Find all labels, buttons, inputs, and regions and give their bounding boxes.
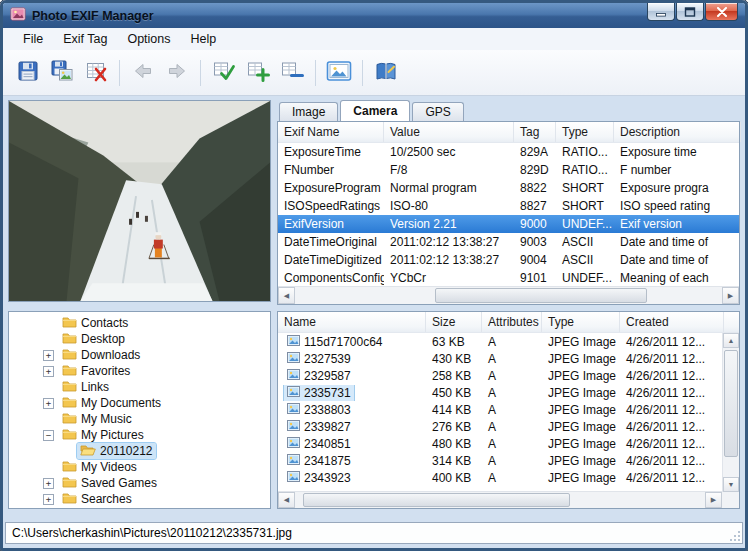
- file-label: 115d71700c64: [304, 335, 383, 349]
- file-column-name[interactable]: Name: [278, 312, 426, 332]
- scroll-up-button[interactable]: ▲: [723, 333, 739, 348]
- help-book-button[interactable]: [369, 54, 403, 92]
- hscroll-track[interactable]: [295, 492, 705, 508]
- tree-item-desktop[interactable]: Desktop: [9, 331, 270, 347]
- hscroll-thumb[interactable]: [303, 493, 570, 507]
- tree-item-my-pictures[interactable]: −My Pictures: [9, 427, 270, 443]
- scroll-left-button[interactable]: ◀: [278, 287, 295, 304]
- exif-row-exifversion[interactable]: ExifVersionVersion 2.219000UNDEF...Exif …: [278, 215, 739, 233]
- file-cell: JPEG Image: [542, 335, 620, 349]
- tree-label: Links: [81, 380, 109, 394]
- hscroll-thumb[interactable]: [435, 288, 647, 303]
- expand-icon[interactable]: +: [43, 366, 54, 377]
- scroll-right-button[interactable]: ▶: [722, 287, 739, 304]
- redo-button[interactable]: [160, 54, 194, 92]
- maximize-button[interactable]: [676, 3, 704, 21]
- file-column-attributes[interactable]: Attributes: [482, 312, 542, 332]
- add-tag-button[interactable]: [241, 54, 275, 92]
- file-column-type[interactable]: Type: [542, 312, 620, 332]
- exif-row-exposureprogram[interactable]: ExposureProgramNormal program8822SHORTEx…: [278, 179, 739, 197]
- file-cell: 4/26/2011 12...: [620, 454, 722, 468]
- hscroll-track[interactable]: [295, 287, 722, 304]
- edit-tag-button[interactable]: [207, 54, 241, 92]
- exif-cell: DateTimeOriginal: [278, 235, 384, 249]
- vscroll-thumb[interactable]: [724, 350, 738, 457]
- exif-column-tag[interactable]: Tag: [514, 122, 556, 142]
- file-column-size[interactable]: Size: [426, 312, 482, 332]
- expand-icon[interactable]: +: [43, 350, 54, 361]
- exif-hscrollbar[interactable]: ◀ ▶: [278, 286, 739, 304]
- exif-row-datetimedigitized[interactable]: DateTimeDigitized2011:02:12 13:38:279004…: [278, 251, 739, 269]
- file-row-2340851[interactable]: 2340851480 KBAJPEG Image4/26/2011 12...: [278, 435, 722, 452]
- folder-icon: [62, 475, 77, 491]
- menu-help[interactable]: Help: [181, 29, 227, 49]
- collapse-icon[interactable]: −: [43, 430, 54, 441]
- menu-exif-tag[interactable]: Exif Tag: [53, 29, 117, 49]
- exif-row-isospeedratings[interactable]: ISOSpeedRatingsISO-808827SHORTISO speed …: [278, 197, 739, 215]
- tree-item-favorites[interactable]: +Favorites: [9, 363, 270, 379]
- file-vscrollbar[interactable]: ▲ ▼: [722, 333, 739, 492]
- tree-item-my-music[interactable]: My Music: [9, 411, 270, 427]
- scroll-left-button[interactable]: ◀: [278, 492, 295, 508]
- exif-row-fnumber[interactable]: FNumberF/8829DRATIO...F number: [278, 161, 739, 179]
- delete-exif-button[interactable]: [79, 54, 113, 92]
- exif-table: Exif NameValueTagTypeDescription Exposur…: [277, 121, 740, 305]
- file-row-2329587[interactable]: 2329587258 KBAJPEG Image4/26/2011 12...: [278, 367, 722, 384]
- exif-row-componentsconfig[interactable]: ComponentsConfig...YCbCr9101UNDEF...Mean…: [278, 269, 739, 287]
- undo-button[interactable]: [126, 54, 160, 92]
- tree-item-links[interactable]: Links: [9, 379, 270, 395]
- tree-item-my-videos[interactable]: My Videos: [9, 459, 270, 475]
- tree-item-downloads[interactable]: +Downloads: [9, 347, 270, 363]
- image-file-icon: [287, 351, 300, 367]
- file-row-115d71700c64[interactable]: 115d71700c6463 KBAJPEG Image4/26/2011 12…: [278, 333, 722, 350]
- expand-icon[interactable]: +: [43, 398, 54, 409]
- tab-image[interactable]: Image: [279, 102, 338, 121]
- file-hscrollbar[interactable]: ◀ ▶: [278, 491, 722, 508]
- file-column-created[interactable]: Created: [620, 312, 724, 332]
- scroll-right-button[interactable]: ▶: [705, 492, 722, 508]
- status-bar: C:\Users\cherkashin\Pictures\20110212\23…: [5, 522, 743, 544]
- exif-cell: Meaning of each: [614, 271, 739, 285]
- exif-column-exif-name[interactable]: Exif Name: [278, 122, 384, 142]
- tree-item-contacts[interactable]: Contacts: [9, 315, 270, 331]
- help-book-icon: [374, 59, 398, 87]
- file-cell: 450 KB: [426, 386, 482, 400]
- file-name: 2341875: [284, 453, 354, 469]
- file-row-2338803[interactable]: 2338803414 KBAJPEG Image4/26/2011 12...: [278, 401, 722, 418]
- exif-row-exposuretime[interactable]: ExposureTime10/2500 sec829ARATIO...Expos…: [278, 143, 739, 161]
- tree-item-searches[interactable]: +Searches: [9, 491, 270, 507]
- tree-item-saved-games[interactable]: +Saved Games: [9, 475, 270, 491]
- tree-item-my-documents[interactable]: +My Documents: [9, 395, 270, 411]
- vscroll-track[interactable]: [723, 348, 739, 477]
- exif-cell: ExposureTime: [278, 145, 384, 159]
- titlebar[interactable]: Photo EXIF Manager: [3, 3, 745, 28]
- menu-options[interactable]: Options: [117, 29, 180, 49]
- save-exif-button[interactable]: [11, 54, 45, 92]
- exif-column-value[interactable]: Value: [384, 122, 514, 142]
- file-row-2339827[interactable]: 2339827276 KBAJPEG Image4/26/2011 12...: [278, 418, 722, 435]
- exif-column-description[interactable]: Description: [614, 122, 741, 142]
- exif-tabs: ImageCameraGPS: [277, 100, 740, 121]
- exif-column-type[interactable]: Type: [556, 122, 614, 142]
- tree-item-20110212[interactable]: 20110212: [9, 443, 270, 459]
- expand-icon[interactable]: +: [43, 494, 54, 505]
- remove-tag-button[interactable]: [275, 54, 309, 92]
- file-row-2341875[interactable]: 2341875314 KBAJPEG Image4/26/2011 12...: [278, 452, 722, 469]
- menu-file[interactable]: File: [13, 29, 53, 49]
- folder-icon: [62, 379, 77, 395]
- tree-label: My Documents: [81, 396, 161, 410]
- tab-gps[interactable]: GPS: [412, 102, 463, 121]
- file-row-2335731[interactable]: 2335731450 KBAJPEG Image4/26/2011 12...: [278, 384, 722, 401]
- minimize-button[interactable]: [647, 3, 675, 21]
- close-button[interactable]: [705, 3, 738, 21]
- save-image-button[interactable]: [45, 54, 79, 92]
- image-viewer-button[interactable]: [322, 54, 356, 92]
- tab-camera[interactable]: Camera: [340, 100, 410, 121]
- resize-grip[interactable]: [728, 529, 741, 542]
- file-row-2327539[interactable]: 2327539430 KBAJPEG Image4/26/2011 12...: [278, 350, 722, 367]
- expand-icon[interactable]: +: [43, 478, 54, 489]
- file-row-2343923[interactable]: 2343923400 KBAJPEG Image4/26/2011 12...: [278, 469, 722, 486]
- image-file-icon: [287, 453, 300, 469]
- exif-row-datetimeoriginal[interactable]: DateTimeOriginal2011:02:12 13:38:279003A…: [278, 233, 739, 251]
- scroll-down-button[interactable]: ▼: [723, 477, 739, 492]
